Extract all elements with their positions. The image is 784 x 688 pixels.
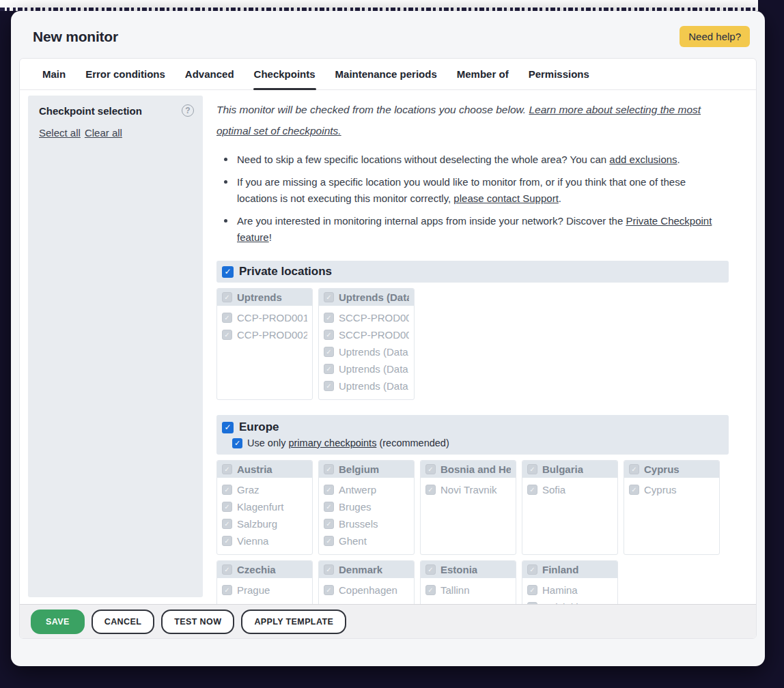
need-help-button[interactable]: Need help? bbox=[680, 26, 750, 47]
checkpoint-label: Bruges bbox=[339, 498, 372, 515]
apply-template-button[interactable]: APPLY TEMPLATE bbox=[241, 610, 346, 634]
checkbox-checked-disabled: ✓ bbox=[324, 585, 334, 595]
tab-advanced[interactable]: Advanced bbox=[184, 59, 235, 89]
checkpoint-label: Novi Travnik bbox=[440, 481, 497, 498]
panel-title: Checkpoint selection bbox=[39, 105, 192, 117]
group-checkpoint-list: ✓Antwerp✓Bruges✓Brussels✓Ghent bbox=[319, 478, 414, 554]
help-question-icon[interactable]: ? bbox=[182, 104, 194, 117]
hint-text: Need to skip a few specific locations wi… bbox=[237, 154, 609, 165]
primary-checkpoints-link[interactable]: primary checkpoints bbox=[288, 438, 376, 448]
intro-text: This monitor will be checked from the lo… bbox=[216, 99, 729, 141]
group-checkpoint-list: ✓Cyprus bbox=[624, 478, 719, 554]
checkpoint-group-denmark: ✓Denmark✓Copenhagen bbox=[318, 560, 415, 604]
cancel-button[interactable]: CANCEL bbox=[92, 610, 154, 634]
group-checkpoint-list: ✓Novi Travnik bbox=[421, 478, 516, 554]
checkpoint-label: Brussels bbox=[339, 515, 378, 532]
europe-section-header: ✓ Europe ✓ Use only primary checkpoints … bbox=[216, 415, 729, 455]
checkpoint-group-czechia: ✓Czechia✓Prague bbox=[216, 560, 313, 604]
checkpoint-item: ✓Uptrends (Data... bbox=[324, 343, 409, 360]
checkbox-checked-disabled: ✓ bbox=[222, 292, 232, 302]
tab-maintenance-periods[interactable]: Maintenance periods bbox=[335, 59, 438, 89]
tab-main[interactable]: Main bbox=[42, 59, 66, 89]
private-locations-checkbox[interactable]: ✓ bbox=[222, 266, 234, 278]
tab-checkpoints[interactable]: Checkpoints bbox=[253, 59, 316, 89]
hint-text: Are you interested in monitoring interna… bbox=[237, 215, 626, 227]
checkpoints-tab-content: Checkpoint selection ? Select all Clear … bbox=[20, 90, 756, 604]
group-header-denmark: ✓Denmark bbox=[319, 561, 414, 578]
group-header-bulgaria: ✓Bulgaria bbox=[522, 461, 617, 478]
checkpoint-label: Ghent bbox=[339, 532, 367, 549]
hints-list: Need to skip a few specific locations wi… bbox=[216, 152, 729, 246]
checkbox-checked-disabled: ✓ bbox=[222, 464, 232, 474]
save-button[interactable]: SAVE bbox=[31, 610, 85, 634]
group-header-austria: ✓Austria bbox=[217, 461, 312, 478]
hint-link-please-contact-support[interactable]: please contact Support bbox=[453, 192, 558, 204]
private-locations-label: Private locations bbox=[239, 265, 332, 278]
group-checkpoint-list: ✓Graz✓Klagenfurt✓Salzburg✓Vienna bbox=[217, 478, 312, 554]
private-location-groups: ✓Uptrends✓CCP-PROD001 ...✓CCP-PROD002 ..… bbox=[216, 288, 729, 400]
checkpoint-item: ✓Bruges bbox=[324, 498, 409, 515]
checkpoint-label: Helsinki bbox=[542, 599, 578, 604]
checkbox-checked-disabled: ✓ bbox=[324, 347, 334, 357]
checkpoint-label: Prague bbox=[237, 582, 270, 599]
checkpoint-item: ✓Salzburg bbox=[222, 515, 307, 532]
europe-country-row-1: ✓Austria✓Graz✓Klagenfurt✓Salzburg✓Vienna… bbox=[216, 460, 729, 555]
checkbox-checked-disabled: ✓ bbox=[324, 313, 334, 323]
checkpoint-group-uptrends: ✓Uptrends✓CCP-PROD001 ...✓CCP-PROD002 ..… bbox=[216, 288, 313, 400]
group-name: Estonia bbox=[440, 564, 477, 575]
tab-bar: MainError conditionsAdvancedCheckpointsM… bbox=[20, 59, 756, 90]
hint-text-after: ! bbox=[269, 231, 272, 243]
checkpoint-label: Vienna bbox=[237, 532, 268, 549]
hint-text-after: . bbox=[677, 154, 680, 165]
group-header-cyprus: ✓Cyprus bbox=[624, 461, 719, 478]
group-name: Denmark bbox=[339, 564, 382, 575]
checkbox-checked-disabled: ✓ bbox=[324, 536, 334, 546]
checkpoint-item: ✓Ghent bbox=[324, 532, 409, 549]
checkpoint-label: Sofia bbox=[542, 481, 565, 498]
hint-item-1: Need to skip a few specific locations wi… bbox=[222, 152, 729, 168]
checkbox-checked-disabled: ✓ bbox=[527, 564, 537, 575]
tab-member-of[interactable]: Member of bbox=[456, 59, 509, 89]
checkbox-checked-disabled: ✓ bbox=[324, 381, 334, 391]
checkpoint-label: Hamina bbox=[542, 582, 578, 599]
checkpoint-item: ✓CCP-PROD002 ... bbox=[222, 326, 307, 343]
checkpoint-item: ✓Copenhagen bbox=[324, 582, 409, 599]
checkpoint-item: ✓Klagenfurt bbox=[222, 498, 307, 515]
clear-all-link[interactable]: Clear all bbox=[85, 127, 122, 139]
checkpoint-group-bosnia-and-her: ✓Bosnia and Her…✓Novi Travnik bbox=[420, 460, 516, 555]
checkpoint-item: ✓Sofia bbox=[527, 481, 613, 498]
checkpoint-label: CCP-PROD002 ... bbox=[237, 326, 307, 343]
checkpoint-group-bulgaria: ✓Bulgaria✓Sofia bbox=[522, 460, 618, 555]
checkpoint-item: ✓Novi Travnik bbox=[425, 481, 511, 498]
checkbox-checked-disabled: ✓ bbox=[425, 464, 436, 474]
test-now-button[interactable]: TEST NOW bbox=[161, 610, 234, 634]
group-header-bosnia-and-her: ✓Bosnia and Her… bbox=[421, 461, 516, 478]
checkpoint-locations-main: This monitor will be checked from the lo… bbox=[203, 90, 756, 604]
checkpoint-label: SCCP-PROD00... bbox=[339, 309, 409, 326]
checkbox-checked-disabled: ✓ bbox=[425, 564, 436, 575]
checkpoint-item: ✓Brussels bbox=[324, 515, 409, 532]
checkbox-checked-disabled: ✓ bbox=[324, 292, 334, 302]
group-name: Czechia bbox=[237, 564, 276, 575]
group-checkpoint-list: ✓Tallinn bbox=[421, 578, 516, 604]
checkpoint-item: ✓Uptrends (Data... bbox=[324, 377, 409, 395]
tab-permissions[interactable]: Permissions bbox=[528, 59, 590, 89]
tab-error-conditions[interactable]: Error conditions bbox=[85, 59, 166, 89]
hint-link-add-exclusions[interactable]: add exclusions bbox=[609, 154, 677, 165]
checkbox-checked-disabled: ✓ bbox=[222, 313, 232, 323]
select-all-link[interactable]: Select all bbox=[39, 127, 81, 139]
checkpoint-group-belgium: ✓Belgium✓Antwerp✓Bruges✓Brussels✓Ghent bbox=[318, 460, 415, 555]
monitor-settings-card: MainError conditionsAdvancedCheckpointsM… bbox=[19, 58, 757, 639]
primary-checkpoints-checkbox[interactable]: ✓ bbox=[232, 438, 242, 448]
europe-checkbox[interactable]: ✓ bbox=[222, 422, 234, 433]
checkpoint-group-austria: ✓Austria✓Graz✓Klagenfurt✓Salzburg✓Vienna bbox=[216, 460, 313, 555]
group-name: Austria bbox=[237, 463, 272, 475]
group-header-estonia: ✓Estonia bbox=[421, 561, 516, 578]
checkbox-checked-disabled: ✓ bbox=[527, 464, 537, 474]
checkpoint-group-uptrends-data: ✓Uptrends (Data…✓SCCP-PROD00...✓SCCP-PRO… bbox=[318, 288, 415, 400]
checkpoint-label: Cyprus bbox=[644, 481, 677, 498]
group-checkpoint-list: ✓Prague bbox=[217, 578, 312, 604]
checkpoint-label: Uptrends (Data... bbox=[339, 360, 409, 377]
checkpoint-label: SCCP-PROD00... bbox=[339, 326, 409, 343]
group-checkpoint-list: ✓Sofia bbox=[522, 478, 617, 554]
